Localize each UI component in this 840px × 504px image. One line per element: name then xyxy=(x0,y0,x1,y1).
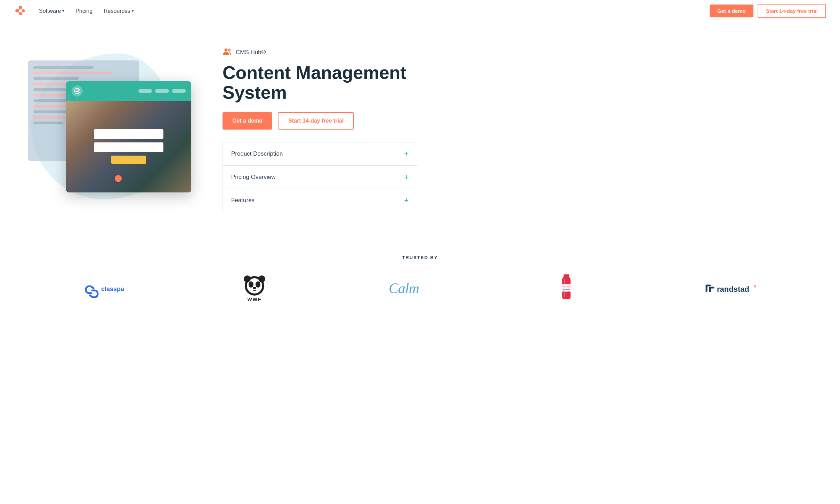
mock-input-1 xyxy=(94,129,163,139)
hero-trial-button[interactable]: Start 14-day free trial xyxy=(278,112,354,130)
accordion-features[interactable]: Features + xyxy=(223,189,417,212)
hero-content: CMS Hub® Content Management System Get a… xyxy=(223,48,417,212)
accordion-section: Product Description + Pricing Overview +… xyxy=(223,142,417,212)
hero-illustration xyxy=(21,43,202,217)
logos-row: classpass WWF xyxy=(28,273,812,304)
nav-actions: Get a demo Start 14-day free trial xyxy=(710,4,826,18)
nav-resources[interactable]: Resources ▾ xyxy=(104,8,134,14)
hero-demo-button[interactable]: Get a demo xyxy=(223,112,272,130)
calm-logo: Calm xyxy=(385,278,430,299)
mock-input-2 xyxy=(94,142,163,152)
hero-section: CMS Hub® Content Management System Get a… xyxy=(0,22,840,238)
hubspot-logo[interactable] xyxy=(14,4,26,18)
chevron-down-icon: ▾ xyxy=(62,9,64,13)
pill-3 xyxy=(172,89,186,93)
accordion-pricing-overview[interactable]: Pricing Overview + xyxy=(223,166,417,189)
cocacola-logo: Coca-Cola BEVERAGES NORTHEAST xyxy=(546,273,587,304)
wwf-logo: WWF xyxy=(239,273,270,304)
svg-point-5 xyxy=(228,48,231,51)
nav-links: Software ▾ Pricing Resources ▾ xyxy=(39,8,710,14)
trusted-by-section: TRUSTED BY classpass xyxy=(0,238,840,311)
svg-point-4 xyxy=(225,48,228,51)
mock-header-bar xyxy=(66,81,191,101)
svg-text:NORTHEAST: NORTHEAST xyxy=(563,291,570,292)
svg-text:randstad: randstad xyxy=(717,285,749,294)
nav-demo-button[interactable]: Get a demo xyxy=(710,5,753,17)
cms-hub-icon xyxy=(223,48,232,57)
pill-2 xyxy=(155,89,169,93)
classpass-logo: classpass xyxy=(82,278,124,299)
nav-pricing[interactable]: Pricing xyxy=(75,8,92,14)
nav-software[interactable]: Software ▾ xyxy=(39,8,64,14)
svg-point-12 xyxy=(258,275,265,282)
mock-form-window xyxy=(66,81,191,192)
svg-text:Coca-Cola: Coca-Cola xyxy=(563,286,570,288)
svg-text:Calm: Calm xyxy=(389,280,419,296)
svg-point-13 xyxy=(253,287,256,289)
hub-badge-text: CMS Hub® xyxy=(236,49,266,56)
plus-icon-2: + xyxy=(404,197,409,204)
nav-trial-button[interactable]: Start 14-day free trial xyxy=(758,4,826,18)
mock-header-icon xyxy=(72,85,83,97)
hub-label: CMS Hub® xyxy=(223,48,417,57)
chevron-down-icon: ▾ xyxy=(132,9,134,13)
plus-icon-1: + xyxy=(404,173,409,181)
svg-point-0 xyxy=(19,12,22,15)
svg-point-10 xyxy=(256,281,260,288)
hero-cta-buttons: Get a demo Start 14-day free trial xyxy=(223,112,417,130)
trusted-heading: TRUSTED BY xyxy=(28,255,812,260)
svg-point-11 xyxy=(244,275,251,282)
svg-point-1 xyxy=(22,9,25,12)
svg-text:classpass: classpass xyxy=(101,286,124,292)
svg-text:®: ® xyxy=(754,284,757,288)
accordion-product-description[interactable]: Product Description + xyxy=(223,142,417,166)
mock-cta-button xyxy=(111,156,146,164)
mock-photo-area xyxy=(66,101,191,192)
mock-header-pills xyxy=(138,89,186,93)
randstad-logo: randstad ® xyxy=(702,278,758,299)
svg-text:BEVERAGES: BEVERAGES xyxy=(563,289,570,290)
navigation: Software ▾ Pricing Resources ▾ Get a dem… xyxy=(0,0,840,22)
plus-icon-0: + xyxy=(404,150,409,158)
hero-title: Content Management System xyxy=(223,63,417,102)
orange-dot-decoration xyxy=(115,175,122,182)
svg-point-9 xyxy=(249,281,253,288)
pill-1 xyxy=(138,89,152,93)
svg-text:WWF: WWF xyxy=(247,297,261,302)
